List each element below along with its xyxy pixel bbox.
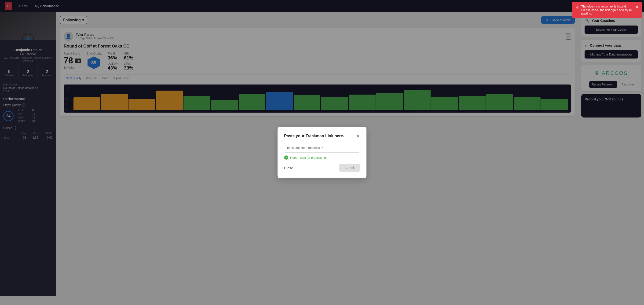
modal-close-button[interactable]: Close: [284, 166, 293, 170]
error-toast: ⚠ The given trackman link is invalid. Pl…: [572, 2, 642, 18]
modal-status-text: Report sent for processing: [290, 156, 326, 160]
modal-header: Paste your Trackman Link here. ✕: [284, 133, 360, 139]
trackman-link-input[interactable]: [284, 143, 360, 152]
modal-close-x-button[interactable]: ✕: [356, 133, 360, 139]
error-toast-close-button[interactable]: ✕: [635, 5, 638, 9]
trackman-modal: Paste your Trackman Link here. ✕ ✓ Repor…: [278, 127, 366, 178]
modal-title: Paste your Trackman Link here.: [284, 134, 344, 138]
error-toast-message: The given trackman link is invalid. Plea…: [581, 5, 633, 15]
warning-icon: ⚠: [576, 5, 579, 9]
modal-submit-button[interactable]: Submit: [339, 164, 360, 172]
modal-footer: Close Submit: [284, 164, 360, 172]
status-check-icon: ✓: [284, 156, 288, 160]
modal-status: ✓ Report sent for processing: [284, 156, 360, 160]
modal-overlay[interactable]: Paste your Trackman Link here. ✕ ✓ Repor…: [0, 0, 644, 296]
